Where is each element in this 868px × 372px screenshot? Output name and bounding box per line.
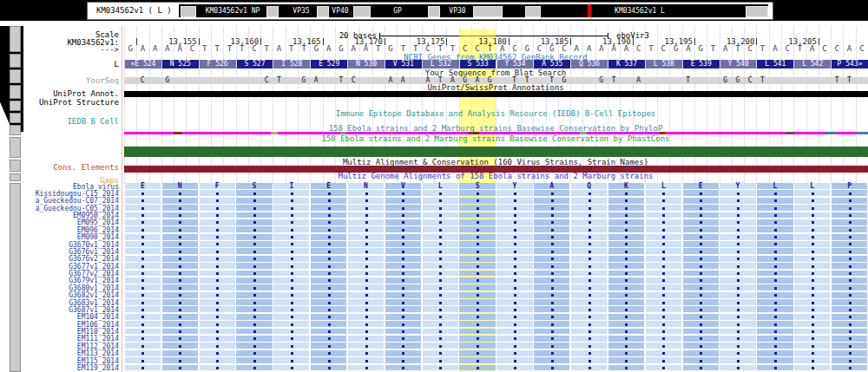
alignment-cell[interactable] — [534, 205, 569, 211]
gene-label[interactable]: VP30 — [444, 7, 471, 16]
alignment-cell[interactable] — [311, 263, 346, 269]
alignment-cell[interactable] — [534, 299, 569, 305]
alignment-cell[interactable] — [571, 234, 607, 240]
alignment-cell[interactable] — [459, 190, 495, 196]
alignment-cell[interactable] — [646, 292, 681, 298]
alignment-cell[interactable] — [571, 205, 607, 211]
alignment-cell[interactable] — [720, 234, 755, 240]
alignment-cell[interactable] — [608, 205, 644, 211]
alignment-cell[interactable] — [459, 241, 495, 247]
alignment-cell[interactable] — [794, 343, 830, 349]
alignment-cell[interactable] — [646, 321, 681, 327]
alignment-cell[interactable] — [162, 271, 198, 277]
alignment-cell[interactable] — [273, 321, 309, 327]
alignment-cell[interactable] — [162, 350, 198, 356]
alignment-cell[interactable] — [423, 271, 458, 277]
alignment-cell[interactable] — [534, 343, 569, 349]
alignment-cell[interactable] — [534, 241, 569, 247]
alignment-cell[interactable] — [720, 357, 755, 363]
alignment-cell[interactable] — [832, 314, 867, 320]
alignment-cell[interactable] — [683, 198, 719, 204]
alignment-cell[interactable] — [236, 271, 272, 277]
alignment-cell[interactable] — [794, 277, 830, 284]
alignment-cell[interactable]: E — [125, 183, 161, 189]
alignment-cell[interactable] — [348, 365, 384, 371]
alignment-cell[interactable] — [385, 292, 421, 298]
alignment-cell[interactable]: Y — [496, 183, 532, 189]
alignment-cell[interactable] — [757, 306, 792, 312]
alignment-cell[interactable] — [200, 350, 235, 356]
alignment-cell[interactable] — [571, 198, 607, 204]
alignment-cell[interactable] — [273, 198, 309, 204]
alignment-cell[interactable] — [125, 219, 161, 225]
gene-label[interactable]: VP35 — [286, 7, 317, 16]
alignment-cell[interactable] — [459, 314, 495, 320]
alignment-cell[interactable] — [608, 190, 644, 196]
track-title[interactable]: 158 Ebola strains and 2 Marburg strains … — [329, 125, 663, 133]
alignment-cell[interactable] — [348, 212, 384, 219]
track-control-button[interactable] — [10, 125, 21, 135]
alignment-cell[interactable] — [125, 234, 161, 240]
alignment-cell[interactable] — [385, 271, 421, 277]
alignment-cell[interactable] — [459, 234, 495, 240]
alignment-cell[interactable] — [348, 256, 384, 262]
alignment-cell[interactable] — [385, 234, 421, 240]
alignment-cell[interactable] — [757, 292, 792, 298]
alignment-cell[interactable] — [571, 212, 607, 219]
alignment-cell[interactable] — [608, 292, 644, 298]
alignment-cell[interactable] — [794, 212, 830, 219]
alignment-cell[interactable] — [125, 284, 161, 290]
alignment-cell[interactable] — [125, 365, 161, 371]
alignment-cell[interactable] — [757, 248, 792, 254]
alignment-cell[interactable] — [794, 299, 830, 305]
alignment-cell[interactable] — [459, 219, 495, 225]
alignment-cell[interactable] — [162, 329, 198, 335]
alignment-cell[interactable] — [459, 212, 495, 219]
alignment-cell[interactable] — [571, 277, 607, 284]
alignment-cell[interactable] — [496, 336, 532, 342]
alignment-cell[interactable] — [571, 263, 607, 269]
alignment-cell[interactable] — [273, 212, 309, 219]
alignment-cell[interactable] — [683, 277, 719, 284]
alignment-cell[interactable] — [534, 212, 569, 219]
track-control-button[interactable] — [10, 173, 21, 181]
alignment-cell[interactable]: L — [757, 183, 792, 189]
alignment-cell[interactable] — [236, 241, 272, 247]
alignment-cell[interactable] — [423, 226, 458, 232]
alignment-cell[interactable] — [720, 284, 755, 290]
gene-box[interactable] — [525, 6, 541, 17]
alignment-cell[interactable] — [794, 205, 830, 211]
alignment-cell[interactable] — [794, 321, 830, 327]
codon-cell[interactable]: E 529 — [310, 60, 347, 69]
alignment-cell[interactable] — [496, 205, 532, 211]
track-title[interactable]: Your Sequence from Blat Search — [425, 69, 567, 77]
alignment-cell[interactable] — [125, 256, 161, 262]
alignment-cell[interactable] — [571, 321, 607, 327]
alignment-cell[interactable] — [646, 306, 681, 312]
alignment-cell[interactable] — [496, 306, 532, 312]
alignment-cell[interactable] — [236, 198, 272, 204]
alignment-cell[interactable] — [646, 198, 681, 204]
alignment-cell[interactable] — [385, 205, 421, 211]
alignment-cell[interactable] — [200, 306, 235, 312]
alignment-cell[interactable] — [683, 256, 719, 262]
alignment-cell[interactable] — [273, 226, 309, 232]
alignment-cell[interactable] — [273, 284, 309, 290]
alignment-cell[interactable] — [496, 271, 532, 277]
alignment-cell[interactable] — [646, 343, 681, 349]
alignment-cell[interactable] — [423, 241, 458, 247]
alignment-cell[interactable] — [385, 350, 421, 356]
alignment-cell[interactable] — [125, 205, 161, 211]
alignment-cell[interactable] — [794, 234, 830, 240]
alignment-cell[interactable] — [348, 263, 384, 269]
alignment-cell[interactable] — [608, 277, 644, 284]
alignment-cell[interactable] — [720, 212, 755, 219]
alignment-cell[interactable] — [646, 241, 681, 247]
alignment-cell[interactable] — [162, 263, 198, 269]
alignment-cell[interactable] — [832, 219, 867, 225]
alignment-cell[interactable] — [348, 226, 384, 232]
alignment-cell[interactable] — [794, 336, 830, 342]
alignment-cell[interactable] — [385, 336, 421, 342]
ideogram[interactable]: KM034562v1 NPVP35VP40GPVP30KM034562v1 L — [179, 4, 768, 17]
alignment-cell[interactable] — [348, 219, 384, 225]
